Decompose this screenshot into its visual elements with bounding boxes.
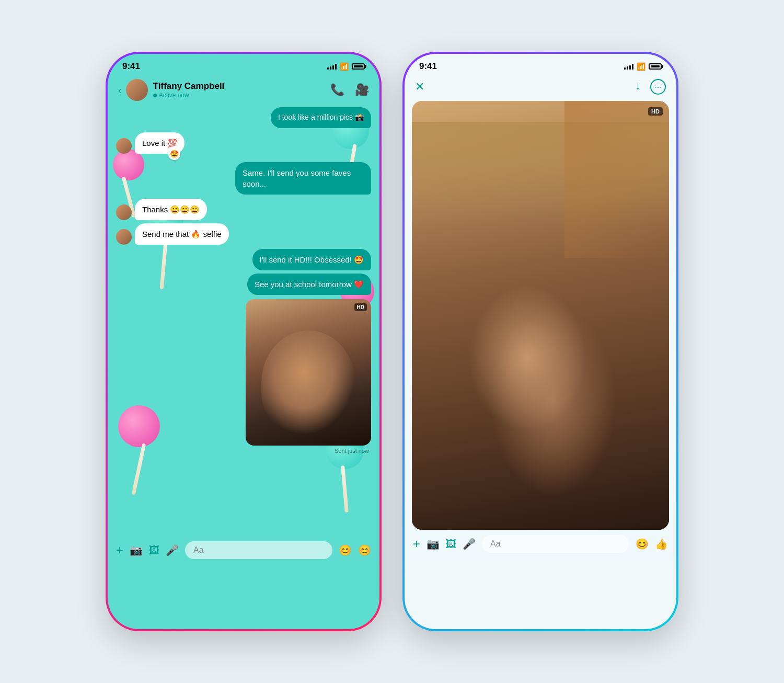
call-button[interactable]: 📞 — [330, 83, 344, 97]
viewer-header: ✕ ↓ ⋯ — [405, 75, 676, 101]
contact-name: Tiffany Campbell — [153, 81, 330, 92]
photo-message[interactable]: HD ⬆ Sent just now — [116, 299, 371, 454]
message-input-right[interactable]: Aa — [482, 535, 629, 553]
hd-badge: HD — [354, 303, 367, 311]
close-button[interactable]: ✕ — [415, 80, 424, 94]
download-button[interactable]: ↓ — [635, 79, 641, 95]
status-bar-left: 9:41 📶 — [108, 54, 379, 75]
message-7: See you at school tomorrow ❤️ — [116, 274, 371, 295]
message-5: Send me that 🔥 selfie — [116, 223, 371, 245]
time-right: 9:41 — [419, 61, 437, 72]
mic-button-right[interactable]: 🎤 — [463, 538, 476, 550]
contact-info: Tiffany Campbell Active now — [153, 81, 330, 99]
contact-status: Active now — [153, 92, 330, 99]
signal-icon-right — [624, 63, 633, 70]
right-phone-screen: 9:41 📶 ✕ ↓ ⋯ — [405, 54, 676, 629]
header-icons: 📞 🎥 — [330, 83, 369, 97]
wifi-icon-right: 📶 — [637, 62, 645, 71]
emoji-button[interactable]: 😊 — [339, 544, 352, 556]
viewer-actions: ↓ ⋯ — [635, 79, 666, 95]
gallery-button-right[interactable]: 🖼 — [446, 538, 456, 550]
message-6: I'll send it HD!!! Obsessed! 🤩 — [116, 249, 371, 270]
message-4: Thanks 😀😀😀 — [116, 199, 371, 220]
photo-viewer[interactable]: HD — [412, 101, 669, 530]
status-icons-right: 📶 — [624, 62, 662, 71]
gallery-button[interactable]: 🖼 — [149, 544, 159, 556]
sent-time: Sent just now — [246, 448, 369, 454]
time-left: 9:41 — [122, 61, 140, 72]
right-phone-wrapper: 9:41 📶 ✕ ↓ ⋯ — [402, 52, 678, 631]
avatar — [126, 79, 148, 101]
chat-header: ‹ Tiffany Campbell Active now 📞 🎥 — [108, 75, 379, 107]
sticker-button[interactable]: 😊 — [358, 544, 371, 556]
wifi-icon: 📶 — [340, 62, 349, 71]
status-icons-left: 📶 — [327, 62, 365, 71]
mic-button[interactable]: 🎤 — [166, 544, 179, 556]
add-button[interactable]: + — [116, 543, 123, 557]
more-button[interactable]: ⋯ — [650, 79, 666, 95]
back-button[interactable]: ‹ — [118, 84, 122, 96]
message-3: Same. I'll send you some faves soon... — [116, 162, 371, 195]
input-bar-right: + 📷 🖼 🎤 Aa 😊 👍 — [405, 530, 676, 563]
see-you-message: See you at school tomorrow ❤️ — [255, 280, 364, 289]
input-bar-left: + 📷 🖼 🎤 Aa 😊 😊 — [108, 536, 379, 570]
message-1: I took like a million pics 📸 — [116, 107, 371, 128]
camera-button[interactable]: 📷 — [130, 544, 143, 556]
battery-icon — [352, 63, 365, 70]
left-phone-screen: 9:41 📶 ‹ Tiffany Campbell — [108, 54, 379, 629]
camera-button-right[interactable]: 📷 — [426, 538, 440, 550]
emoji-button-right[interactable]: 😊 — [636, 538, 649, 550]
video-button[interactable]: 🎥 — [355, 83, 369, 97]
photo-thumbnail[interactable]: HD ⬆ — [246, 299, 371, 446]
message-2: Love it 💯 🤩 — [116, 132, 371, 154]
left-phone-wrapper: 9:41 📶 ‹ Tiffany Campbell — [106, 52, 382, 631]
status-bar-right: 9:41 📶 — [405, 54, 676, 75]
photo-content — [412, 101, 669, 530]
message-input[interactable]: Aa — [185, 541, 332, 559]
add-button-right[interactable]: + — [413, 537, 420, 551]
battery-icon-right — [649, 63, 662, 70]
thumbs-button-right[interactable]: 👍 — [655, 538, 668, 550]
signal-icon — [327, 63, 337, 70]
hd-badge-viewer: HD — [648, 107, 663, 116]
reaction-emoji: 🤩 — [168, 149, 180, 160]
